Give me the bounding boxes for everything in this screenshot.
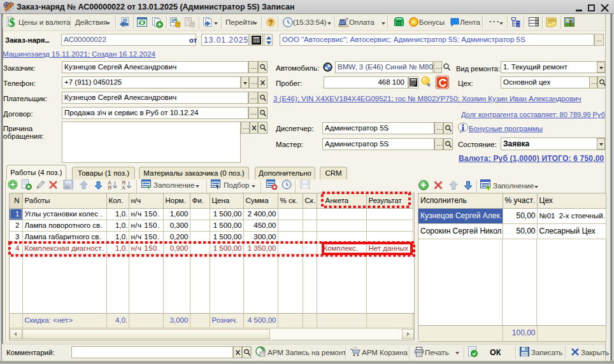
svg-text:?: ?	[268, 18, 273, 27]
svg-text:Я: Я	[108, 185, 111, 190]
svg-text:А: А	[122, 185, 125, 190]
svg-text:ок: ок	[65, 185, 70, 189]
svg-text:$: $	[9, 17, 15, 28]
svg-text:NOTE: NOTE	[548, 19, 557, 22]
